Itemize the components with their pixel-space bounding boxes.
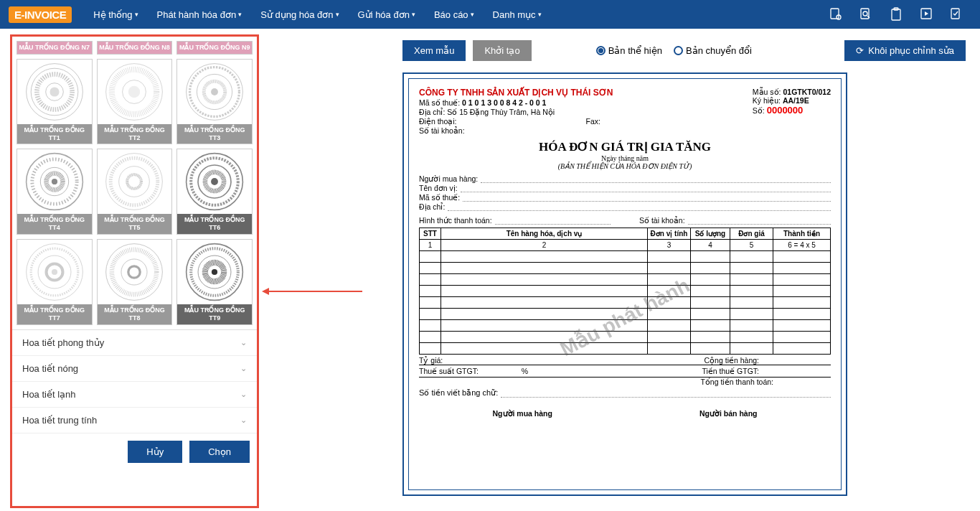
chevron-down-icon: ▾ (238, 11, 242, 18)
chevron-down-icon: ▾ (471, 11, 474, 18)
svg-point-31 (128, 175, 142, 189)
invoice-title: HÓA ĐƠN GIÁ TRỊ GIA TĂNG (419, 139, 831, 154)
template-tt3[interactable]: MẪU TRỐNG ĐỒNG TT3 (176, 59, 253, 145)
nav-system[interactable]: Hệ thống▾ (85, 0, 146, 29)
svg-point-27 (52, 179, 57, 184)
chevron-down-icon: ⌄ (240, 338, 247, 347)
doc-check-icon[interactable] (948, 6, 964, 22)
accordion-cold[interactable]: Hoa tiết lạnh⌄ (12, 382, 257, 408)
template-tt5[interactable]: MẪU TRỐNG ĐỒNG TT5 (97, 149, 173, 235)
svg-point-43 (112, 250, 156, 294)
template-tt1[interactable]: MẪU TRỐNG ĐỒNG TT1 (17, 59, 93, 145)
init-button[interactable]: Khởi tạo (473, 40, 531, 61)
nav-publish[interactable]: Phát hành hóa đơn▾ (149, 0, 251, 29)
nav-category[interactable]: Danh mục▾ (484, 0, 550, 29)
svg-point-28 (106, 154, 163, 210)
svg-point-36 (211, 178, 218, 185)
template-n9[interactable]: MẪU TRỐNG ĐỒNG N9 (176, 41, 253, 55)
invoice-preview: CÔNG TY TNHH SẢN XUẤT DỊCH VỤ THÁI SƠN M… (402, 72, 847, 496)
template-n8[interactable]: MẪU TRỐNG ĐỒNG N8 (97, 41, 173, 55)
restore-button[interactable]: ⟳Khôi phục chỉnh sửa (844, 40, 966, 61)
radio-convert[interactable]: Bản chuyển đổi (674, 45, 752, 56)
doc-search-icon[interactable] (828, 6, 844, 22)
radio-icon (596, 46, 606, 55)
svg-point-30 (119, 167, 150, 197)
accordion-hot[interactable]: Hoa tiết nóng⌄ (12, 356, 257, 382)
template-panel: MẪU TRỐNG ĐỒNG N7 MẪU TRỐNG ĐỒNG N8 MẪU … (10, 34, 259, 508)
radio-icon (674, 46, 683, 55)
chevron-down-icon: ⌄ (240, 416, 247, 425)
chevron-down-icon: ▾ (412, 11, 415, 18)
nav-report[interactable]: Báo cáo▾ (425, 0, 483, 29)
svg-point-42 (106, 244, 163, 301)
template-tt7[interactable]: MẪU TRỐNG ĐỒNG TT7 (17, 239, 93, 325)
zoom-icon[interactable] (858, 6, 874, 22)
svg-rect-8 (951, 9, 959, 19)
company-name: CÔNG TY TNHH SẢN XUẤT DỊCH VỤ THÁI SƠN (419, 88, 613, 98)
nav-send[interactable]: Gửi hóa đơn▾ (349, 0, 424, 29)
accordion-neutral[interactable]: Hoa tiết trung tính⌄ (12, 408, 257, 433)
svg-rect-0 (831, 9, 839, 19)
svg-point-45 (128, 266, 140, 278)
svg-point-44 (121, 259, 147, 285)
chevron-down-icon: ▾ (135, 11, 138, 18)
play-doc-icon[interactable] (918, 6, 934, 22)
cancel-button[interactable]: Hủy (128, 441, 182, 463)
svg-point-50 (212, 269, 217, 275)
chevron-down-icon: ⌄ (240, 364, 247, 373)
template-tt4[interactable]: MẪU TRỐNG ĐỒNG TT4 (17, 149, 93, 235)
svg-point-41 (52, 269, 57, 275)
template-tt8[interactable]: MẪU TRỐNG ĐỒNG TT8 (97, 239, 173, 325)
svg-point-3 (863, 11, 867, 16)
toolbar: Xem mẫu Khởi tạo Bản thể hiện Bản chuyển… (402, 40, 966, 61)
radio-display[interactable]: Bản thể hiện (596, 45, 662, 56)
accordion-fengshui[interactable]: Hoa tiết phong thủy⌄ (12, 330, 257, 356)
nav-use[interactable]: Sử dụng hóa đơn▾ (252, 0, 347, 29)
svg-point-29 (111, 159, 159, 206)
invoice-items-table: STTTên hàng hóa, dịch vụĐơn vị tínhSố lư… (419, 228, 831, 355)
svg-rect-5 (892, 9, 900, 20)
preview-button[interactable]: Xem mẫu (402, 40, 466, 61)
svg-point-17 (128, 86, 140, 98)
navbar: E-INVOICE Hệ thống▾ Phát hành hóa đơn▾ S… (0, 0, 980, 29)
template-n7[interactable]: MẪU TRỐNG ĐỒNG N7 (17, 41, 93, 55)
refresh-icon: ⟳ (856, 45, 864, 56)
logo: E-INVOICE (9, 6, 72, 23)
template-tt2[interactable]: MẪU TRỐNG ĐỒNG TT2 (97, 59, 173, 145)
template-tt9[interactable]: MẪU TRỐNG ĐỒNG TT9 (176, 239, 253, 325)
clipboard-icon[interactable] (888, 6, 904, 22)
chevron-down-icon: ⌄ (240, 390, 247, 399)
svg-point-22 (211, 88, 218, 95)
svg-point-13 (50, 87, 59, 96)
chevron-down-icon: ▾ (538, 11, 542, 18)
select-button[interactable]: Chọn (189, 441, 250, 463)
chevron-down-icon: ▾ (336, 11, 339, 18)
template-tt6[interactable]: MẪU TRỐNG ĐỒNG TT6 (176, 149, 253, 235)
